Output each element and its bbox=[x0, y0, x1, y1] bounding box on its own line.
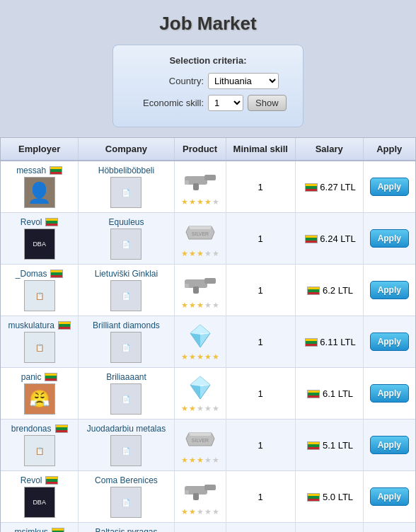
employer-flag bbox=[55, 424, 68, 433]
country-row: Country: LithuaniaGermanyUSAFrance bbox=[126, 73, 290, 89]
salary-amount: 6.1 LTL bbox=[323, 388, 353, 399]
company-cell: Equuleus📄 bbox=[79, 213, 174, 265]
employer-cell: msimkus📋 bbox=[1, 523, 79, 533]
employer-avatar: 😤 bbox=[24, 383, 55, 415]
employer-flag bbox=[45, 476, 58, 485]
selection-criteria-box: Selection criteria: Country: LithuaniaGe… bbox=[112, 45, 304, 127]
employer-name-link[interactable]: brendonas bbox=[11, 424, 52, 434]
employer-name-link[interactable]: msimkus bbox=[14, 527, 47, 532]
salary-flag bbox=[307, 493, 320, 502]
apply-button[interactable]: Apply bbox=[370, 384, 409, 403]
apply-cell: Apply bbox=[363, 161, 415, 213]
company-name-link[interactable]: Coma Berenices bbox=[95, 475, 158, 485]
company-icon: 📄 bbox=[110, 177, 141, 208]
svg-marker-5 bbox=[189, 226, 212, 229]
svg-rect-23 bbox=[204, 485, 216, 490]
employer-name-link[interactable]: Revol bbox=[21, 475, 42, 485]
employer-name-link[interactable]: _Domas bbox=[16, 269, 47, 279]
country-select[interactable]: LithuaniaGermanyUSAFrance bbox=[208, 73, 279, 89]
min-skill-cell: 1 bbox=[226, 420, 295, 471]
table-row: muskulatura📋Brilliant diamonds📄 ★★★★★1 6… bbox=[1, 316, 415, 368]
company-name-link[interactable]: Equuleus bbox=[108, 217, 144, 227]
product-cell: SILVER ★★★★★ bbox=[174, 213, 226, 265]
svg-rect-10 bbox=[185, 284, 189, 288]
product-cell: ★★★★★ bbox=[174, 523, 226, 533]
company-name-link[interactable]: Höbbeliböbbeli bbox=[98, 166, 154, 175]
svg-rect-2 bbox=[193, 183, 199, 190]
salary-flag bbox=[307, 441, 320, 450]
salary-flag bbox=[305, 183, 318, 192]
svg-text:SILVER: SILVER bbox=[191, 231, 208, 236]
col-company: Company bbox=[79, 138, 174, 161]
company-cell: Briliaaaant📄 bbox=[79, 368, 174, 420]
salary-flag bbox=[307, 390, 320, 398]
skill-row: Economic skill: 12345678910 Show bbox=[126, 95, 290, 111]
apply-button[interactable]: Apply bbox=[370, 281, 409, 299]
min-skill-cell: 1 bbox=[226, 161, 295, 213]
apply-cell: Apply bbox=[363, 471, 415, 523]
employer-cell: muskulatura📋 bbox=[1, 316, 79, 368]
apply-button[interactable]: Apply bbox=[370, 332, 409, 351]
employer-flag bbox=[45, 218, 58, 226]
apply-cell: Apply bbox=[363, 368, 415, 420]
company-name-link[interactable]: Lietuviški Ginklai bbox=[95, 269, 158, 279]
col-product: Product bbox=[174, 138, 226, 161]
table-row: msimkus📋Baltasis pyragas📄 ★★★★★1 4.5 LTL… bbox=[1, 523, 415, 533]
product-stars: ★★★★★ bbox=[181, 197, 219, 207]
salary-flag bbox=[305, 235, 318, 243]
skill-select[interactable]: 12345678910 bbox=[208, 95, 243, 111]
table-row: _Domas📋Lietuviški Ginklai📄 ★★★★★1 6.2 LT… bbox=[1, 265, 415, 316]
product-image: SILVER bbox=[183, 219, 218, 247]
apply-button[interactable]: Apply bbox=[370, 229, 409, 248]
product-image bbox=[183, 374, 218, 402]
product-image bbox=[183, 528, 218, 532]
apply-button[interactable]: Apply bbox=[370, 178, 409, 196]
col-employer: Employer bbox=[1, 138, 79, 161]
company-cell: Juodadarbiu metalas📄 bbox=[79, 420, 174, 471]
company-icon: 📄 bbox=[110, 435, 141, 466]
salary-amount: 5.0 LTL bbox=[323, 492, 353, 502]
company-name-link[interactable]: Briliaaaant bbox=[106, 372, 146, 382]
salary-flag bbox=[307, 287, 320, 295]
product-cell: ★★★★★ bbox=[174, 316, 226, 368]
page-title: Job Market bbox=[0, 0, 416, 45]
employer-name-link[interactable]: messah bbox=[16, 166, 46, 175]
employer-cell: _Domas📋 bbox=[1, 265, 79, 316]
product-cell: ★★★★★ bbox=[174, 265, 226, 316]
employer-name-link[interactable]: panic bbox=[21, 372, 42, 382]
company-name-link[interactable]: Brilliant diamonds bbox=[93, 320, 160, 330]
product-stars: ★★★★★ bbox=[181, 456, 219, 465]
country-label: Country: bbox=[126, 76, 204, 86]
table-row: panic😤Briliaaaant📄 ★★★★★1 6.1 LTLApply bbox=[1, 368, 415, 420]
salary-cell: 6.11 LTL bbox=[295, 316, 363, 368]
employer-avatar: 📋 bbox=[24, 332, 55, 363]
company-icon: 📄 bbox=[110, 229, 141, 260]
svg-marker-16 bbox=[190, 376, 210, 386]
company-cell: Lietuviški Ginklai📄 bbox=[79, 265, 174, 316]
selection-title: Selection criteria: bbox=[126, 55, 290, 66]
apply-cell: Apply bbox=[363, 316, 415, 368]
table-row: RevolDBAEquuleus📄 SILVER ★★★★★1 6.24 LTL… bbox=[1, 213, 415, 265]
svg-rect-3 bbox=[185, 180, 189, 185]
employer-cell: RevolDBA bbox=[1, 471, 79, 523]
company-name-link[interactable]: Juodadarbiu metalas bbox=[87, 424, 166, 434]
job-table-container: Employer Company Product Minimal skill S… bbox=[0, 137, 416, 532]
apply-button[interactable]: Apply bbox=[370, 436, 409, 454]
company-name-link[interactable]: Baltasis pyragas bbox=[95, 527, 157, 532]
salary-flag bbox=[305, 338, 318, 347]
svg-rect-25 bbox=[185, 490, 189, 495]
product-cell: ★★★★★ bbox=[174, 471, 226, 523]
apply-cell: Apply bbox=[363, 265, 415, 316]
apply-cell: Apply bbox=[363, 420, 415, 471]
show-button[interactable]: Show bbox=[248, 95, 287, 111]
table-row: brendonas📋Juodadarbiu metalas📄 SILVER ★★… bbox=[1, 420, 415, 471]
employer-cell: brendonas📋 bbox=[1, 420, 79, 471]
apply-button[interactable]: Apply bbox=[370, 487, 409, 506]
product-image: SILVER bbox=[183, 425, 218, 453]
product-image bbox=[183, 477, 218, 505]
product-stars: ★★★★★ bbox=[181, 301, 219, 310]
employer-name-link[interactable]: Revol bbox=[21, 217, 42, 227]
min-skill-cell: 1 bbox=[226, 213, 295, 265]
company-cell: Baltasis pyragas📄 bbox=[79, 523, 174, 533]
employer-name-link[interactable]: muskulatura bbox=[8, 320, 54, 330]
